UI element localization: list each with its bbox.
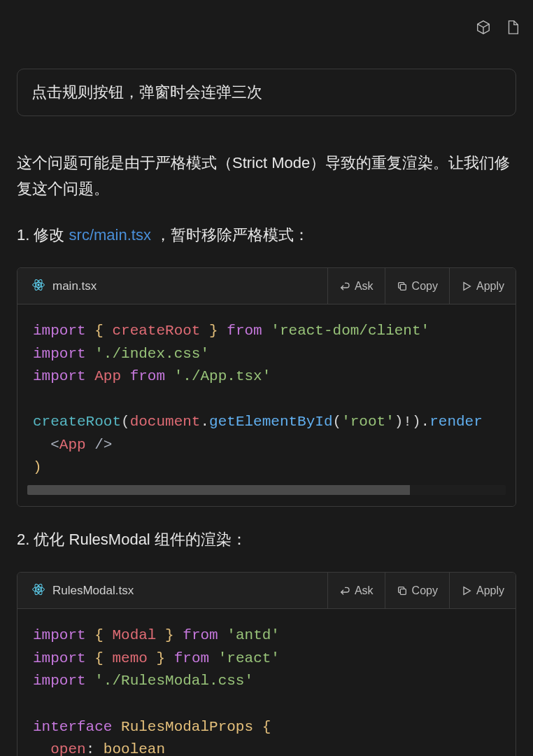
react-icon (31, 278, 45, 295)
ask-button[interactable]: Ask (327, 573, 385, 608)
react-icon (31, 582, 45, 599)
step-item: 2. 优化 RulesModal 组件的渲染： (17, 526, 516, 552)
svg-rect-4 (400, 284, 406, 290)
file-reference[interactable]: src/main.tsx (69, 226, 151, 244)
code-actions: AskCopyApply (327, 573, 516, 608)
step-item: 1. 修改 src/main.tsx ，暂时移除严格模式： (17, 222, 516, 248)
user-message-box: 点击规则按钮，弹窗时会连弹三次 (17, 69, 516, 116)
svg-marker-11 (464, 587, 470, 595)
svg-marker-5 (464, 282, 470, 290)
assistant-response-intro: 这个问题可能是由于严格模式（Strict Mode）导致的重复渲染。让我们修复这… (17, 150, 516, 202)
step-number: 2. (17, 531, 34, 548)
chat-content: 点击规则按钮，弹窗时会连弹三次 这个问题可能是由于严格模式（Strict Mod… (0, 69, 533, 756)
svg-point-0 (37, 284, 39, 286)
code-body[interactable]: import { Modal } from 'antd' import { me… (17, 609, 516, 756)
file-reference: RulesModal (69, 531, 150, 548)
copy-button[interactable]: Copy (385, 268, 449, 304)
apply-button[interactable]: Apply (449, 268, 516, 304)
cube-icon[interactable] (476, 20, 491, 38)
ask-button[interactable]: Ask (327, 268, 385, 304)
top-icon-bar (0, 0, 533, 38)
code-block: main.tsxAskCopyApplyimport { createRoot … (17, 267, 516, 507)
step-prefix: 优化 (34, 531, 69, 548)
file-icon[interactable] (505, 20, 520, 38)
horizontal-scrollbar[interactable] (27, 485, 506, 495)
step-number: 1. (17, 226, 34, 244)
step-prefix: 修改 (34, 226, 69, 244)
code-filename: RulesModal.tsx (52, 584, 134, 598)
user-message-text: 点击规则按钮，弹窗时会连弹三次 (31, 83, 262, 101)
code-filename: main.tsx (52, 279, 97, 293)
step-suffix: ，暂时移除严格模式： (151, 226, 309, 244)
copy-button[interactable]: Copy (385, 573, 449, 608)
code-actions: AskCopyApply (327, 268, 516, 304)
step-suffix: 组件的渲染： (150, 531, 247, 548)
steps-container: 1. 修改 src/main.tsx ，暂时移除严格模式：main.tsxAsk… (17, 222, 516, 756)
code-block-header: RulesModal.tsxAskCopyApply (17, 573, 516, 609)
svg-point-6 (37, 588, 39, 590)
code-block: RulesModal.tsxAskCopyApplyimport { Modal… (17, 572, 516, 756)
code-body[interactable]: import { createRoot } from 'react-dom/cl… (17, 304, 516, 506)
apply-button[interactable]: Apply (449, 573, 516, 608)
svg-rect-10 (400, 589, 406, 594)
code-block-header: main.tsxAskCopyApply (17, 268, 516, 304)
